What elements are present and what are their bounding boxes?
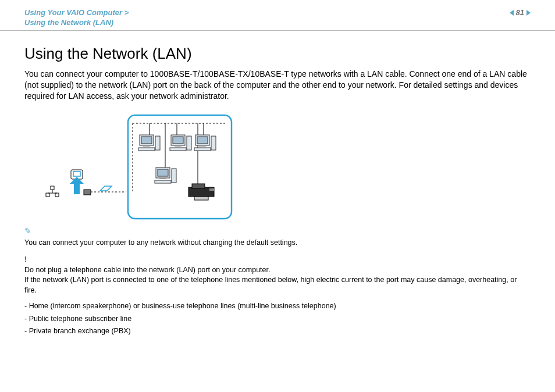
svg-rect-35	[158, 169, 168, 176]
svg-rect-26	[175, 145, 182, 147]
svg-rect-22	[138, 148, 155, 151]
svg-rect-25	[173, 137, 183, 144]
warning-line2: If the network (LAN) port is connected t…	[24, 276, 517, 294]
svg-rect-11	[128, 115, 232, 219]
svg-rect-41	[194, 197, 208, 200]
list-item: Public telephone subscriber line	[24, 314, 531, 325]
svg-rect-40	[192, 184, 205, 188]
svg-rect-38	[172, 169, 176, 183]
list-item: Private branch exchange (PBX)	[24, 326, 531, 337]
svg-rect-32	[194, 148, 211, 151]
prev-page-icon[interactable]	[510, 10, 514, 16]
intro-paragraph: You can connect your computer to 1000BAS…	[24, 69, 531, 102]
svg-rect-31	[199, 145, 206, 147]
note-text: You can connect your computer to any net…	[24, 238, 297, 247]
svg-rect-4	[55, 193, 59, 197]
svg-rect-37	[155, 180, 171, 183]
page-number: 81	[516, 8, 524, 17]
list-item: Home (intercom speakerphone) or business…	[24, 301, 531, 312]
warning-icon: !	[24, 254, 27, 265]
svg-rect-21	[143, 145, 150, 147]
svg-rect-27	[170, 148, 186, 151]
content: Using the Network (LAN) You can connect …	[0, 31, 555, 337]
warning-bullets: Home (intercom speakerphone) or business…	[24, 301, 531, 337]
warning-line1: Do not plug a telephone cable into the n…	[24, 266, 270, 274]
page-header: Using Your VAIO Computer > Using the Net…	[0, 0, 555, 31]
breadcrumb: Using Your VAIO Computer > Using the Net…	[24, 8, 129, 28]
svg-rect-3	[46, 193, 49, 197]
breadcrumb-line2: Using the Network (LAN)	[24, 18, 129, 28]
svg-rect-33	[211, 136, 216, 150]
svg-rect-20	[141, 137, 152, 144]
svg-rect-42	[209, 188, 214, 191]
svg-rect-28	[187, 136, 191, 150]
svg-rect-9	[84, 190, 91, 195]
notes-section: ✎ You can connect your computer to any n…	[24, 226, 531, 336]
page-title: Using the Network (LAN)	[24, 45, 531, 63]
svg-rect-36	[159, 178, 166, 179]
note-pencil-icon: ✎	[24, 226, 31, 237]
svg-rect-30	[197, 137, 208, 144]
svg-rect-23	[155, 136, 160, 150]
computer-icon	[138, 135, 160, 151]
next-page-icon[interactable]	[526, 10, 531, 16]
pager: 81	[510, 8, 531, 17]
network-diagram	[42, 112, 251, 222]
svg-rect-0	[51, 186, 54, 190]
breadcrumb-line1: Using Your VAIO Computer >	[24, 8, 129, 18]
